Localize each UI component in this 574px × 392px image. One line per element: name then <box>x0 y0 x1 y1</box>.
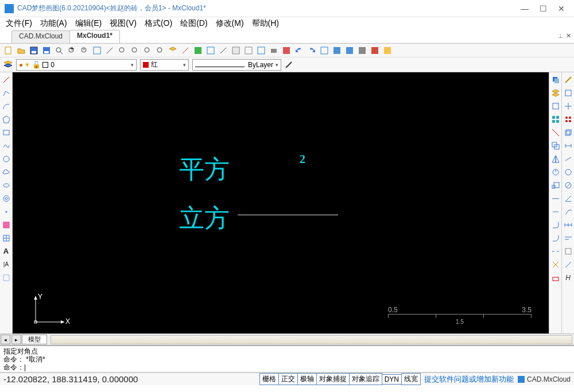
saveas-icon[interactable] <box>41 45 51 55</box>
menu-edit[interactable]: 编辑(E) <box>75 18 102 29</box>
break-icon[interactable] <box>550 246 560 256</box>
layer-manager-icon[interactable] <box>3 60 13 69</box>
text-tool-icon[interactable]: A <box>1 246 11 256</box>
fillet-icon[interactable] <box>550 220 560 230</box>
pdf-icon[interactable] <box>370 45 379 55</box>
cloud-tool-icon[interactable] <box>1 167 11 177</box>
pline-tool-icon[interactable] <box>1 88 11 98</box>
match-icon[interactable] <box>563 259 573 269</box>
select-icon[interactable] <box>563 88 573 98</box>
feedback-link[interactable]: 提交软件问题或增加新功能 <box>424 374 514 385</box>
save-icon[interactable] <box>29 45 38 55</box>
close-button[interactable]: ✕ <box>553 3 569 14</box>
new-icon[interactable] <box>3 45 13 55</box>
calc-icon[interactable] <box>332 45 342 55</box>
mirror-icon[interactable] <box>550 154 560 164</box>
purge-icon[interactable] <box>344 45 354 55</box>
scroll-first-icon[interactable]: ◂ <box>1 335 10 344</box>
zoom-in-icon[interactable]: + <box>67 45 76 55</box>
layers-icon[interactable] <box>550 88 560 98</box>
menu-function[interactable]: 功能(A) <box>40 18 67 29</box>
menu-file[interactable]: 文件(F) <box>6 18 32 29</box>
dim-radius-icon[interactable] <box>563 167 573 177</box>
color-icon[interactable] <box>193 45 203 55</box>
dim-linear-icon[interactable] <box>563 141 573 150</box>
dim-diameter-icon[interactable] <box>563 180 573 190</box>
status-grid[interactable]: 栅格 <box>259 373 279 385</box>
grid-icon[interactable] <box>550 114 560 124</box>
line-tool-icon[interactable] <box>1 75 11 84</box>
menu-help[interactable]: 帮助(H) <box>252 18 279 29</box>
region-tool-icon[interactable] <box>1 273 11 282</box>
line-icon[interactable] <box>180 45 190 55</box>
dim-aligned-icon[interactable] <box>563 154 573 164</box>
linetype-icon[interactable] <box>205 45 215 55</box>
drawing-canvas[interactable]: 平方 立方 2 Y X 0.53.5 1.5 <box>13 72 549 333</box>
array-icon[interactable] <box>563 114 573 124</box>
zoom-prev-icon[interactable] <box>142 45 152 55</box>
edit-icon[interactable] <box>563 75 573 84</box>
spline-tool-icon[interactable] <box>1 141 11 150</box>
settings-icon[interactable]: H <box>563 273 573 282</box>
dim-style-icon[interactable] <box>563 246 573 256</box>
explode-icon[interactable] <box>550 259 560 269</box>
rect-tool-icon[interactable] <box>1 127 11 137</box>
status-dyn[interactable]: DYN <box>382 374 402 385</box>
arc-tool-icon[interactable] <box>1 101 11 111</box>
redo-icon[interactable] <box>307 45 316 55</box>
ellipse-tool-icon[interactable] <box>1 180 11 190</box>
status-polar[interactable]: 极轴 <box>297 373 317 385</box>
model-tab[interactable]: 模型 <box>22 335 47 344</box>
pin-icon[interactable]: ⟂ <box>559 32 563 39</box>
mtext-tool-icon[interactable]: |A <box>1 259 11 269</box>
menu-view[interactable]: 视图(V) <box>110 18 137 29</box>
color-dropdown[interactable]: 红 ▾ <box>140 59 189 71</box>
measure-icon[interactable] <box>104 45 114 55</box>
donut-tool-icon[interactable] <box>1 193 11 203</box>
zoom-out-icon[interactable]: - <box>79 45 89 55</box>
hscrollbar[interactable] <box>51 335 572 344</box>
pan-icon[interactable] <box>130 45 139 55</box>
properties-icon[interactable] <box>319 45 329 55</box>
zoom-extent-icon[interactable] <box>92 45 102 55</box>
status-otrack[interactable]: 对象追踪 <box>349 373 382 385</box>
open-icon[interactable] <box>16 45 26 55</box>
doc-tab-2[interactable]: MxCloud1* <box>69 30 120 43</box>
hatch-icon[interactable] <box>231 45 241 55</box>
undo-icon[interactable] <box>294 45 304 55</box>
chamfer-icon[interactable] <box>550 233 560 243</box>
extend-icon[interactable] <box>550 193 560 203</box>
polygon-tool-icon[interactable] <box>1 114 11 124</box>
print-icon[interactable] <box>269 45 278 55</box>
linetype-dropdown[interactable]: ByLayer ▾ <box>192 59 281 71</box>
menu-draw[interactable]: 绘图(D) <box>180 18 207 29</box>
block-icon[interactable] <box>256 45 266 55</box>
dim-cont-icon[interactable] <box>563 220 573 230</box>
move-icon[interactable] <box>563 101 573 111</box>
status-osnap[interactable]: 对象捕捉 <box>316 373 350 385</box>
export-icon[interactable] <box>281 45 291 55</box>
dim-icon[interactable] <box>218 45 228 55</box>
trim-icon[interactable] <box>550 127 560 137</box>
menu-format[interactable]: 格式(O) <box>145 18 172 29</box>
layer-dropdown[interactable]: ●☀🔓 0 ▾ <box>16 59 137 71</box>
copy-prop-icon[interactable] <box>550 75 560 84</box>
zoom-all-icon[interactable] <box>54 45 64 55</box>
help-icon[interactable] <box>382 45 392 55</box>
erase-icon[interactable] <box>550 273 560 282</box>
maximize-button[interactable]: ☐ <box>535 3 551 14</box>
zoom-obj-icon[interactable] <box>155 45 165 55</box>
insert-tool-icon[interactable] <box>1 220 11 230</box>
minimize-button[interactable]: — <box>517 3 533 14</box>
command-area[interactable]: 指定对角点 命令： *取消* 命令：| <box>0 345 574 372</box>
zoom-window-icon[interactable] <box>117 45 127 55</box>
hatch-tool-icon[interactable] <box>1 233 11 243</box>
pencil-icon[interactable] <box>285 61 293 69</box>
status-lwt[interactable]: 线宽 <box>401 373 421 385</box>
point-tool-icon[interactable] <box>1 207 11 216</box>
doc-tab-1[interactable]: CAD.MxCloud <box>11 30 70 43</box>
tab-close-icon[interactable]: ✕ <box>566 32 571 40</box>
status-ortho[interactable]: 正交 <box>278 373 298 385</box>
group-icon[interactable] <box>550 101 560 111</box>
offset-icon[interactable] <box>550 141 560 150</box>
